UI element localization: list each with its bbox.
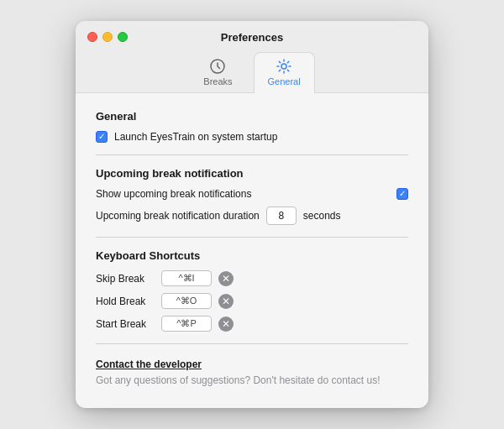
preferences-window: Preferences Breaks (76, 21, 428, 408)
content-area: General ✓ Launch EyesTrain on system sta… (76, 93, 428, 408)
launch-startup-checkbox[interactable]: ✓ (96, 131, 108, 143)
divider-2 (96, 237, 408, 238)
launch-startup-row: ✓ Launch EyesTrain on system startup (96, 131, 408, 143)
divider-3 (96, 343, 408, 344)
traffic-lights (87, 32, 128, 42)
checkmark-icon-2: ✓ (399, 190, 406, 198)
minimize-button[interactable] (102, 32, 113, 42)
shortcut-row-skip: Skip Break ^⌘I ✕ (96, 270, 408, 286)
shortcuts-section: Keyboard Shortcuts Skip Break ^⌘I ✕ Hold… (96, 249, 408, 332)
skip-break-key[interactable]: ^⌘I (161, 270, 212, 286)
show-notifications-label: Show upcoming break notifications (96, 188, 251, 200)
shortcut-row-start: Start Break ^⌘P ✕ (96, 316, 408, 332)
notifications-section-title: Upcoming break notification (96, 167, 408, 180)
contact-section: Contact the developer Got any questions … (96, 356, 408, 386)
notifications-section: Upcoming break notification Show upcomin… (96, 167, 408, 225)
skip-break-clear-button[interactable]: ✕ (218, 271, 234, 286)
tab-breaks[interactable]: Breaks (189, 52, 246, 93)
tab-general[interactable]: General (254, 52, 315, 93)
launch-startup-label: Launch EyesTrain on system startup (114, 131, 277, 143)
maximize-button[interactable] (118, 32, 128, 42)
general-tab-label: General (268, 76, 301, 86)
titlebar: Preferences Breaks (76, 21, 428, 93)
divider-1 (96, 154, 408, 155)
hold-break-clear-button[interactable]: ✕ (218, 294, 234, 309)
shortcuts-section-title: Keyboard Shortcuts (96, 249, 408, 262)
contact-description: Got any questions of suggestions? Don't … (96, 374, 408, 386)
hold-break-key[interactable]: ^⌘O (161, 293, 212, 309)
start-break-key[interactable]: ^⌘P (161, 316, 212, 332)
show-notifications-checkbox[interactable]: ✓ (396, 188, 408, 200)
duration-label: Upcoming break notification duration (96, 210, 260, 222)
show-notifications-row: Show upcoming break notifications ✓ (96, 188, 408, 200)
duration-row: Upcoming break notification duration sec… (96, 207, 408, 225)
window-title: Preferences (221, 31, 283, 44)
skip-break-label: Skip Break (96, 273, 155, 285)
general-section: General ✓ Launch EyesTrain on system sta… (96, 110, 408, 143)
general-section-title: General (96, 110, 408, 123)
duration-input[interactable] (266, 207, 297, 225)
general-icon (276, 58, 292, 75)
breaks-icon (209, 58, 226, 75)
tab-bar: Breaks General (189, 52, 314, 93)
svg-point-1 (281, 64, 286, 69)
checkmark-icon: ✓ (98, 133, 105, 141)
breaks-tab-label: Breaks (203, 76, 232, 86)
start-break-label: Start Break (96, 318, 155, 330)
hold-break-label: Hold Break (96, 296, 155, 307)
start-break-clear-button[interactable]: ✕ (218, 317, 234, 332)
close-button[interactable] (87, 32, 97, 42)
contact-developer-link[interactable]: Contact the developer (96, 358, 202, 370)
shortcut-row-hold: Hold Break ^⌘O ✕ (96, 293, 408, 309)
seconds-label: seconds (303, 210, 341, 222)
